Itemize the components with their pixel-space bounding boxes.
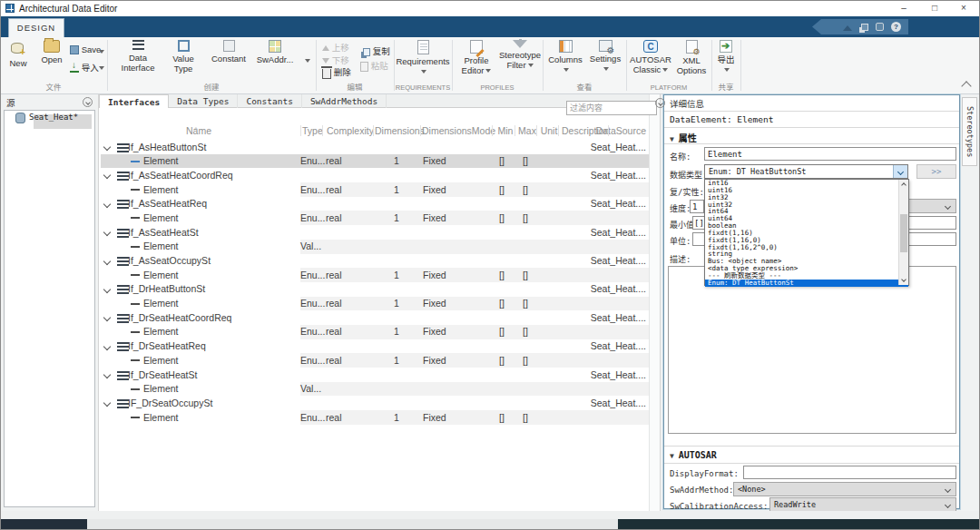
datatype-option[interactable]: --- 刷新数据类型 --- xyxy=(705,272,908,280)
col-min[interactable]: Min xyxy=(495,125,516,136)
swcalibrationaccess-combobox[interactable]: ReadWrite xyxy=(769,497,956,512)
save-button[interactable]: Save xyxy=(70,44,101,54)
help-icon[interactable]: ? xyxy=(891,22,901,32)
scroll-up-icon[interactable] xyxy=(901,182,906,188)
datatype-option[interactable]: string xyxy=(705,250,908,258)
table-row[interactable]: Element Val... xyxy=(101,382,649,397)
chevron-down-icon[interactable] xyxy=(103,172,111,179)
profile-editor-button[interactable]: Profile Editor xyxy=(455,40,498,75)
import-button[interactable]: 导入 xyxy=(70,61,99,74)
datatype-option[interactable]: boolean xyxy=(705,222,908,230)
stereotype-filter-button[interactable]: Stereotype Filter xyxy=(498,40,542,70)
scroll-thumb[interactable] xyxy=(900,214,907,252)
table-row[interactable]: If_AsSeatHeatCoordReq Seat_Heat.... xyxy=(101,168,649,182)
displayformat-input[interactable] xyxy=(743,466,956,479)
tree-item-seat-heat[interactable]: Seat_Heat* xyxy=(29,113,78,122)
tab-design[interactable]: DESIGN xyxy=(8,18,64,37)
table-row[interactable]: If_DrSeatHeatReq Seat_Heat.... xyxy=(101,339,649,354)
editor-tab[interactable]: Data Types xyxy=(169,94,238,108)
datatype-option[interactable]: Enum: DT HeatButtonSt xyxy=(705,280,908,287)
combo-arrow-icon[interactable] xyxy=(941,498,956,511)
dropdown-scrollbar[interactable] xyxy=(898,180,908,285)
datatype-option[interactable]: uint64 xyxy=(705,215,908,222)
autosar-section-header[interactable]: AUTOSAR xyxy=(670,450,717,460)
table-row[interactable]: If_DrHeatButtonSt Seat_Heat.... xyxy=(101,282,649,297)
xml-options-button[interactable]: XML Options xyxy=(672,40,710,75)
maximize-button[interactable]: □ xyxy=(921,1,948,16)
col-dimensionsmode[interactable]: DimensionsMode xyxy=(422,125,495,136)
swaddrmethod-combobox[interactable]: <None> xyxy=(733,482,956,496)
table-row[interactable]: Element Enu... real 1 Fixed [] [] xyxy=(101,182,649,197)
more-datatype-button[interactable]: >> xyxy=(916,164,956,179)
datatype-option[interactable]: int64 xyxy=(705,208,908,215)
requirements-button[interactable]: Requirements xyxy=(395,40,451,76)
table-row[interactable]: Element Enu... real 1 Fixed [] [] xyxy=(101,211,649,225)
table-row[interactable]: If_DrSeatHeatCoordReq Seat_Heat.... xyxy=(101,310,649,325)
table-row[interactable]: Element Enu... real 1 Fixed [] [] xyxy=(101,410,649,425)
datatype-option[interactable]: <data type expression> xyxy=(705,265,908,272)
table-row[interactable]: If_AsSeatHeatSt Seat_Heat.... xyxy=(101,225,649,240)
properties-section-header[interactable]: 属性 xyxy=(670,131,697,144)
table-row[interactable]: IF_DrSeatOccupySt Seat_Heat.... xyxy=(101,396,649,410)
chevron-down-icon[interactable] xyxy=(103,371,111,378)
table-scrollbar[interactable] xyxy=(649,94,661,511)
datatype-option[interactable]: Bus: <object name> xyxy=(705,258,908,265)
chevron-down-icon[interactable] xyxy=(103,314,111,321)
data-interface-button[interactable]: Data Interface xyxy=(115,40,161,73)
table-row[interactable]: Element Enu... real 1 Fixed [] [] xyxy=(101,325,649,339)
stereotypes-side-tab[interactable]: Stereotypes xyxy=(962,97,977,166)
import-dropdown-caret[interactable] xyxy=(99,66,104,70)
table-row[interactable]: Element Enu... real 1 Fixed [] [] xyxy=(101,297,649,311)
chevron-down-icon[interactable] xyxy=(103,286,111,293)
datatype-option[interactable]: fixdt(1,16,0) xyxy=(705,237,908,244)
col-datasource[interactable]: DataSource xyxy=(596,125,646,136)
datatype-option[interactable]: fixdt(1,16) xyxy=(705,230,908,237)
datatype-option[interactable]: uint32 xyxy=(705,201,908,209)
collapse-ribbon-icon[interactable] xyxy=(843,25,852,31)
col-name[interactable]: Name xyxy=(172,125,226,136)
table-row[interactable]: Element Val... xyxy=(101,240,649,254)
swaddr-button[interactable]: SwAddr... xyxy=(251,40,299,64)
combo-arrow-icon[interactable] xyxy=(941,200,956,212)
chevron-down-icon[interactable] xyxy=(103,342,111,349)
col-complexity[interactable]: Complexity xyxy=(327,125,374,136)
collapse-source-panel-icon[interactable] xyxy=(83,97,93,107)
combo-arrow-icon[interactable] xyxy=(941,483,956,496)
datatype-option[interactable]: fixdt(1,16,2^0,0) xyxy=(705,244,908,251)
delete-button[interactable]: 删除 xyxy=(322,65,351,79)
columns-button[interactable]: Columns xyxy=(545,40,585,74)
minimize-button[interactable]: – xyxy=(890,1,917,16)
col-unit[interactable]: Unit xyxy=(538,125,560,136)
new-button[interactable]: + New xyxy=(3,40,34,68)
chevron-down-icon[interactable] xyxy=(103,201,111,208)
editor-tab[interactable]: SwAddrMethods xyxy=(302,94,387,108)
dimensions-input[interactable] xyxy=(690,200,704,213)
table-row[interactable]: If_AsSeatHeatReq Seat_Heat.... xyxy=(101,197,649,211)
pan-icon[interactable] xyxy=(876,23,884,31)
col-max[interactable]: Max xyxy=(516,125,538,136)
chevron-down-icon[interactable] xyxy=(103,257,111,264)
layout-icon[interactable] xyxy=(861,24,868,31)
table-row[interactable]: Element Enu... real 1 Fixed [] [] xyxy=(101,268,649,282)
table-row[interactable]: If_AsSeatOccupySt Seat_Heat.... xyxy=(101,254,649,269)
chevron-down-icon[interactable] xyxy=(103,229,111,236)
datatype-combobox[interactable]: Enum: DT HeatButtonSt xyxy=(704,164,908,179)
scroll-down-icon[interactable] xyxy=(901,277,906,282)
editor-tab[interactable]: Interfaces xyxy=(99,94,169,109)
filter-input[interactable] xyxy=(566,101,657,115)
chevron-down-icon[interactable] xyxy=(103,399,111,407)
save-dropdown-caret[interactable] xyxy=(99,50,104,54)
col-dimensions[interactable]: Dimensions xyxy=(375,125,425,136)
autosar-classic-button[interactable]: C AUTOSAR Classic xyxy=(629,40,672,74)
close-button[interactable]: × xyxy=(950,1,977,16)
combo-arrow-icon[interactable] xyxy=(893,165,907,178)
editor-tab[interactable]: Constants xyxy=(238,94,301,108)
constant-button[interactable]: Constant xyxy=(206,40,251,64)
datatype-option[interactable]: uint16 xyxy=(705,187,908,194)
settings-button[interactable]: Settings xyxy=(585,40,625,74)
description-textarea[interactable] xyxy=(668,266,956,434)
collapse-details-panel-icon[interactable] xyxy=(655,98,665,108)
table-row[interactable]: If_DrSeatHeatSt Seat_Heat.... xyxy=(101,368,649,382)
table-row[interactable]: Element Enu... real 1 Fixed [] [] xyxy=(101,353,649,368)
table-row[interactable]: If_AsHeatButtonSt Seat_Heat.... xyxy=(101,140,649,154)
